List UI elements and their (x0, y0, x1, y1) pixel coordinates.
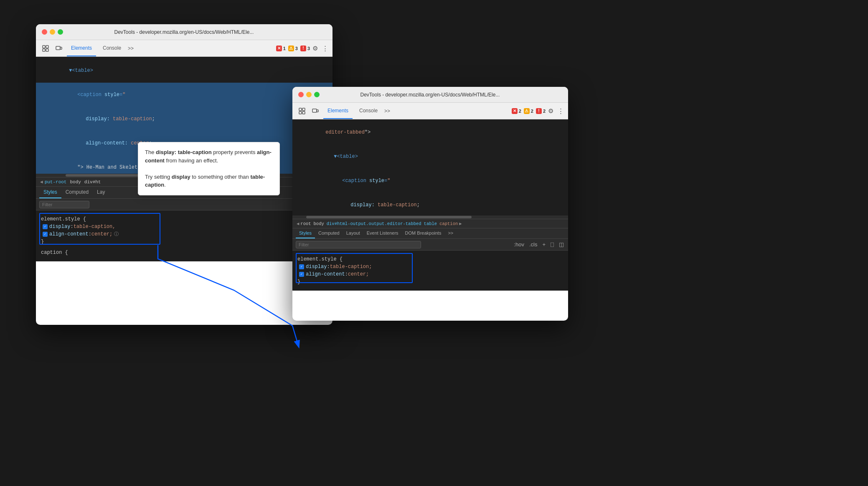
more-tabs-2[interactable]: >> (384, 108, 390, 114)
svg-rect-4 (56, 46, 60, 50)
tab-console-1[interactable]: Console (99, 40, 125, 56)
tab-computed-1[interactable]: Computed (61, 187, 93, 198)
error-icon-1: ✕ (276, 46, 282, 51)
html-line2-table[interactable]: ▼<table> (292, 144, 568, 169)
highlight-box-2 (296, 253, 413, 283)
tooltip-text-1: The display: table-caption property prev… (145, 148, 273, 165)
styles-tabs-2: Styles Computed Layout Event Listeners D… (292, 228, 568, 239)
html-panel-2: editor-tabbed"> ▼<table> <caption style=… (292, 119, 568, 215)
error-icon-2: ✕ (512, 108, 518, 114)
styles-panel-2: element.style { ✓ display: table-caption… (292, 251, 568, 291)
tab-elements-2[interactable]: Elements (323, 103, 353, 119)
toolbar-1: Elements Console >> ✕ 1 ⚠ 3 ! 3 ⚙ ⋮ (36, 40, 332, 57)
html-line2-caption-open[interactable]: <caption style=" (292, 169, 568, 193)
tab-layout-1[interactable]: Lay (93, 187, 109, 198)
svg-rect-10 (312, 109, 317, 112)
breadcrumb-div[interactable]: div#ht (84, 180, 101, 185)
tooltip-popup: The display: table-caption property prev… (138, 142, 280, 195)
window-title-1: DevTools - developer.mozilla.org/en-US/d… (41, 29, 327, 35)
svg-rect-3 (46, 49, 48, 51)
warning-icon-2: ⚠ (524, 108, 530, 114)
breadcrumb-2: ◀ root body div#html-output.output.edito… (292, 219, 568, 228)
caption-rule-1: caption { (36, 247, 332, 258)
breadcrumb-table[interactable]: table (424, 221, 437, 226)
svg-rect-11 (317, 110, 318, 112)
svg-rect-9 (302, 111, 305, 114)
breadcrumb-forward-2[interactable]: ▶ (459, 221, 462, 226)
breadcrumb-root[interactable]: root (300, 221, 311, 226)
info-icon-1: ! (300, 46, 306, 51)
badges-2: ✕ 2 ⚠ 2 ! 2 ⚙ ⋮ (512, 107, 564, 115)
devtools-window-2[interactable]: DevTools - developer.mozilla.org/en-US/d… (292, 87, 568, 321)
tab-layout-2[interactable]: Layout (343, 228, 363, 238)
bottom-panel-2: Styles Computed Layout Event Listeners D… (292, 228, 568, 291)
tab-computed-2[interactable]: Computed (315, 228, 343, 238)
svg-rect-2 (46, 46, 48, 48)
window-title-2: DevTools - developer.mozilla.org/en-US/d… (298, 92, 562, 98)
more-dots-icon-2[interactable]: ⋮ (558, 107, 564, 115)
html-line2-display[interactable]: display: table-caption; (292, 193, 568, 215)
warning-badge-1[interactable]: ⚠ 3 (288, 46, 298, 51)
responsive-icon[interactable] (53, 43, 64, 54)
bottom-panel-1: Styles Computed Lay element.style { ✓ di… (36, 187, 332, 261)
svg-rect-5 (60, 47, 62, 49)
svg-rect-7 (299, 111, 302, 114)
info-icon-2: ! (536, 108, 542, 114)
panel-btn[interactable]: ◫ (558, 240, 565, 248)
tab-elements-1[interactable]: Elements (67, 40, 96, 56)
tooltip-bold-4: table-caption (145, 174, 265, 188)
tab-styles-2[interactable]: Styles (296, 228, 315, 238)
badges-1: ✕ 1 ⚠ 3 ! 3 ⚙ ⋮ (276, 45, 328, 52)
cls-btn[interactable]: .cls (528, 240, 538, 248)
breadcrumb-back-1[interactable]: ◀ (40, 179, 43, 185)
scrollbar-thumb-2[interactable] (306, 216, 472, 218)
html-line-display[interactable]: display: table-caption; (36, 107, 332, 131)
svg-rect-8 (302, 108, 305, 111)
settings-icon-1[interactable]: ⚙ (312, 45, 318, 52)
breadcrumb-putroot[interactable]: put-root (45, 180, 67, 185)
tooltip-bold-1: display: table-caption (156, 149, 212, 155)
paint-btn[interactable]: ⎕ (550, 240, 555, 248)
svg-rect-1 (43, 49, 45, 51)
tooltip-text-2: Try setting display to something other t… (145, 173, 273, 189)
warning-badge-2[interactable]: ⚠ 2 (524, 108, 533, 114)
filter-input-2[interactable] (296, 241, 421, 248)
responsive-icon-2[interactable] (310, 106, 321, 116)
html-line-caption-open[interactable]: <caption style=" (36, 83, 332, 107)
svg-rect-6 (299, 108, 302, 111)
more-tabs-1[interactable]: >> (128, 46, 134, 51)
inspect-icon[interactable] (40, 43, 51, 54)
tab-dom-breakpoints-2[interactable]: DOM Breakpoints (402, 228, 445, 238)
titlebar-2: DevTools - developer.mozilla.org/en-US/d… (292, 87, 568, 103)
breadcrumb-caption[interactable]: caption (439, 221, 458, 226)
tooltip-bold-3: display (172, 174, 190, 180)
more-tabs-styles-2[interactable]: >> (444, 228, 457, 238)
breadcrumb-body[interactable]: body (70, 180, 81, 185)
add-btn[interactable]: + (541, 240, 546, 248)
titlebar-1: DevTools - developer.mozilla.org/en-US/d… (36, 24, 332, 40)
hov-btn[interactable]: :hov (513, 240, 525, 248)
error-badge-2[interactable]: ✕ 2 (512, 108, 521, 114)
html-line-table[interactable]: ▼<table> (36, 57, 332, 83)
toolbar-2: Elements Console >> ✕ 2 ⚠ 2 ! 2 ⚙ ⋮ (292, 103, 568, 119)
tab-console-2[interactable]: Console (355, 103, 382, 119)
tab-styles-1[interactable]: Styles (39, 187, 61, 198)
inspect-icon-2[interactable] (297, 106, 307, 116)
styles-panel-1: element.style { ✓ display: table-caption… (36, 210, 332, 261)
tab-event-listeners-2[interactable]: Event Listeners (363, 228, 402, 238)
filter-input-1[interactable] (39, 201, 89, 208)
styles-filter-2: :hov .cls + ⎕ ◫ (292, 239, 568, 251)
more-dots-icon-1[interactable]: ⋮ (322, 45, 328, 52)
breadcrumb-body-2[interactable]: body (314, 221, 324, 226)
highlight-box-1 (39, 213, 160, 245)
scrollbar-2[interactable] (292, 215, 568, 219)
info-badge-1[interactable]: ! 3 (300, 46, 310, 51)
settings-icon-2[interactable]: ⚙ (548, 107, 553, 115)
html-line2-editor[interactable]: editor-tabbed"> (292, 119, 568, 144)
info-badge-2[interactable]: ! 2 (536, 108, 546, 114)
warning-icon-1: ⚠ (288, 46, 294, 51)
error-badge-1[interactable]: ✕ 1 (276, 46, 286, 51)
svg-rect-0 (43, 46, 45, 48)
breadcrumb-back-2[interactable]: ◀ (297, 221, 299, 226)
breadcrumb-div-2[interactable]: div#html-output.output.editor-tabbed (327, 221, 421, 226)
